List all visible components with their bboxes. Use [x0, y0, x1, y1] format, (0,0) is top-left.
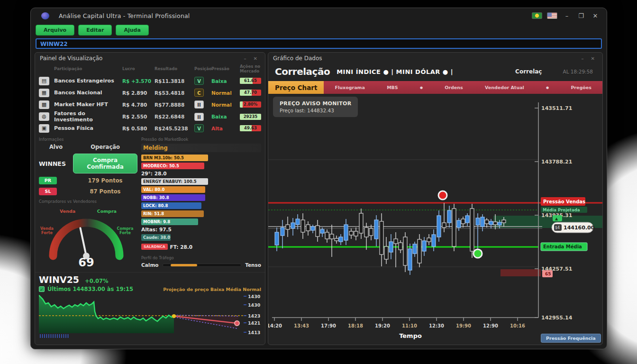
minimize-button[interactable]: – [562, 12, 572, 19]
gauge-compra-label: Compra [97, 209, 117, 214]
operacao-section-label: Informações [39, 137, 137, 142]
table-header-cell: Lucro [122, 66, 153, 71]
marketbook-text: 29°: 28.0 [141, 171, 261, 176]
table-header-cell: Resultado [155, 66, 192, 71]
marketbook-text: Altas: 97.5 [141, 227, 261, 232]
candlestick-chart: 143511.71143788.21143935.31144257.511429… [268, 94, 603, 345]
chart-toolbar: Preço Chart FluxogramaMBS●OrdensVendedor… [268, 81, 602, 94]
posicao-badge: V [194, 124, 204, 132]
usa-flag-icon[interactable] [547, 12, 557, 19]
svg-text:Pressão Vendas: Pressão Vendas [543, 199, 585, 204]
svg-text:142955.14: 142955.14 [541, 315, 573, 321]
tooltip-title: PREÇO AVISO MONITOR [280, 100, 351, 107]
marketbook-bars: BRN M3.10b: 50.5MODRECO: 50.529°: 28.0EN… [141, 155, 261, 250]
gauge-venda-forte-label: Venda Forte [39, 227, 55, 235]
win-last-price: Últimos 144833.00 às 19:15 [47, 286, 133, 292]
pressao-value: Normal [211, 90, 238, 96]
lucro-value: R$ 2.550 [122, 114, 153, 119]
win-projection-label: Projeção de preço Baixa Média Normal [163, 287, 261, 292]
table-row[interactable]: ◍Fatores do InvestimentoR$ 2.550R$22.684… [39, 110, 261, 122]
table-header-cell: Participação [54, 66, 120, 71]
win-change: +0.07% [85, 278, 109, 284]
win-price-chart: 143020143000142300142100141300 [39, 292, 260, 341]
menu-ajuda[interactable]: Ajuda [116, 25, 148, 36]
win-chart-section: WINV25 +0.07% ✓ Últimos 144833.00 às 19:… [35, 272, 265, 343]
trafego-calmo-label: Calmo [141, 262, 159, 268]
tab-preco-chart[interactable]: Preço Chart [268, 81, 324, 94]
svg-text:12:90: 12:90 [483, 323, 498, 328]
toolbar-item-preg-es[interactable]: Pregões [571, 85, 592, 90]
app-window: Análise Capital Ultra - Terminal Profiss… [30, 8, 607, 349]
table-row[interactable]: ▩Market Maker HFTR$ 4.780R$77.8888IINorm… [39, 99, 261, 110]
marketbook-bar: RIN: 51.8 [141, 210, 204, 217]
menu-arquivo[interactable]: Arquivo [36, 25, 74, 36]
right-panel-title: Gráfico de Dados [273, 55, 322, 62]
participant-icon: ▣ [39, 124, 49, 133]
table-row[interactable]: ▤Bancos EstrangeirosR$ +3.570R$11.3818VB… [39, 75, 261, 87]
participant-name: Pessoa Física [54, 125, 120, 131]
check-icon[interactable]: ✓ [39, 286, 45, 292]
toolbar-item-mbs[interactable]: MBS [387, 85, 398, 90]
pressao-value: Normal [211, 102, 238, 108]
toolbar-item-fluxograma[interactable]: Fluxograma [335, 85, 365, 90]
svg-text:13:43: 13:43 [294, 323, 309, 328]
lucro-value: R$ 4.780 [122, 102, 153, 108]
trafego-slider[interactable] [163, 264, 242, 267]
app-title: Análise Capital Ultra - Terminal Profiss… [59, 12, 527, 19]
gauge-section-label: Compradores vs Vendedores [39, 199, 137, 204]
maximize-button[interactable]: ❐ [576, 12, 586, 19]
svg-text:142300: 142300 [248, 313, 260, 318]
operacao-header: Operação [73, 144, 137, 150]
close-button[interactable]: ✕ [591, 12, 600, 19]
instruments-label: MINI ÍNDICE ● | MINI DÓLAR ● | [337, 68, 453, 75]
compra-confirmada-button[interactable]: Compra Confirmada [73, 154, 137, 173]
posicao-badge: II [194, 100, 204, 109]
trafego-section-label: Perfil do Tráfego [141, 255, 261, 260]
svg-text:12:30: 12:30 [429, 323, 444, 328]
symbol-input[interactable]: WINW22 [36, 38, 602, 49]
svg-text:142100: 142100 [248, 320, 260, 326]
participants-table: ParticipaçãoLucroResultadoPosiçãoPressão… [35, 63, 265, 134]
correlacao-title: Correlação [275, 66, 330, 77]
table-header-row: ParticipaçãoLucroResultadoPosiçãoPressão… [39, 63, 261, 75]
gauge-compra-forte-label: Compra Forte [117, 227, 134, 235]
brazil-flag-icon[interactable] [532, 12, 542, 19]
win-symbol: WINV25 [39, 274, 79, 285]
app-brain-icon [41, 12, 49, 19]
pressao-value: Baixa [211, 114, 238, 119]
table-header-cell: Posição [194, 66, 209, 71]
svg-text:143511.71: 143511.71 [541, 105, 572, 111]
svg-text:18:18: 18:18 [348, 323, 363, 328]
mercado-bar: 49.63 [240, 125, 261, 131]
participant-icon: ◍ [39, 112, 49, 121]
resultado-value: R$53.4818 [155, 90, 192, 96]
svg-text:14:20: 14:20 [268, 323, 282, 328]
toolbar-separator-dot: ● [546, 86, 549, 90]
svg-text:141300: 141300 [248, 330, 260, 335]
table-row[interactable]: ▣Pessoa FísicaR$ 0.580R$245.5238VAlta49.… [39, 122, 261, 134]
right-panel-controls[interactable]: – ✕ [581, 56, 598, 61]
left-panel-controls[interactable]: – ✕ [244, 56, 260, 61]
participant-icon: ▦ [39, 89, 49, 97]
svg-text:65: 65 [545, 272, 551, 276]
resultado-value: R$11.3818 [155, 78, 192, 84]
marketbook-bar: BRN M3.10b: 50.5 [141, 155, 208, 161]
marketbook-subheader: Melding [141, 144, 261, 152]
mercado-bar-label: 61.65 [240, 78, 261, 84]
toolbar-item-ordens[interactable]: Ordens [445, 85, 463, 90]
svg-text:$4: $4 [555, 226, 560, 230]
marketbook-bar: MODRECO: 50.5 [141, 163, 204, 169]
pressao-value: Baixa [211, 78, 238, 84]
mercado-bar-label: 29235 [240, 114, 261, 120]
posicao-badge: C [194, 89, 204, 97]
toolbar-item-vendedor-atual[interactable]: Vendedor Atual [485, 85, 524, 90]
table-row[interactable]: ▦Bancos NacionalR$ 2.890R$53.4818CNormal… [39, 87, 261, 99]
marketbook-section-label: Pressão do MarketBook [141, 137, 261, 142]
menu-editar[interactable]: Editar [78, 25, 112, 36]
svg-text:Tempo: Tempo [399, 332, 422, 339]
table-header-cell: Ações no Mercado [240, 64, 261, 73]
participant-name: Bancos Estrangeiros [54, 78, 120, 84]
trafego-slider-segment [171, 264, 197, 266]
pressao-frequencia-button[interactable]: Pressão Frequência [541, 334, 601, 343]
svg-text:143020: 143020 [248, 294, 260, 299]
